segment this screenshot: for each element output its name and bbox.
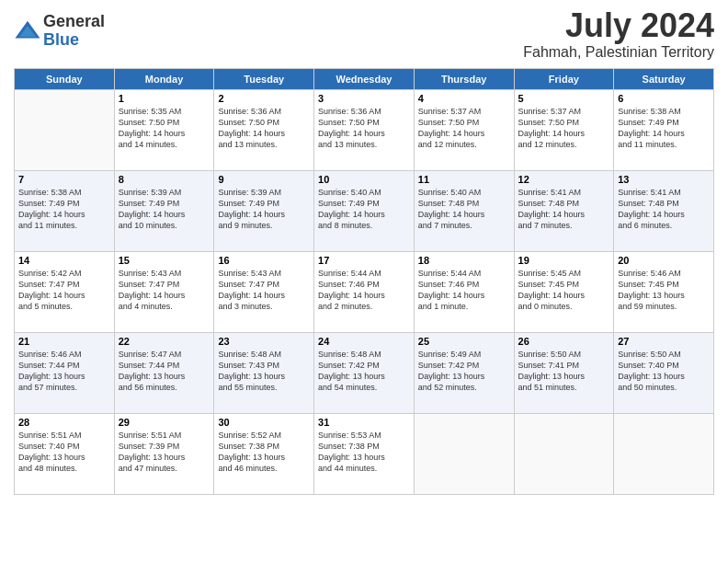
day-number: 19 xyxy=(518,255,610,266)
weekday-header-wednesday: Wednesday xyxy=(314,69,415,90)
day-number: 8 xyxy=(119,174,210,185)
day-info: Sunrise: 5:45 AMSunset: 7:45 PMDaylight:… xyxy=(518,268,610,313)
calendar-day-cell: 22Sunrise: 5:47 AMSunset: 7:44 PMDayligh… xyxy=(114,333,214,414)
day-number: 31 xyxy=(318,417,410,428)
day-info: Sunrise: 5:49 AMSunset: 7:42 PMDaylight:… xyxy=(418,349,510,394)
logo-general: General xyxy=(43,13,105,31)
day-number: 25 xyxy=(418,336,510,347)
logo-blue: Blue xyxy=(43,31,105,50)
day-info: Sunrise: 5:36 AMSunset: 7:50 PMDaylight:… xyxy=(218,106,310,151)
day-number: 22 xyxy=(119,336,210,347)
day-number: 21 xyxy=(18,336,110,347)
calendar-day-cell xyxy=(15,90,115,171)
location-subtitle: Fahmah, Palestinian Territory xyxy=(523,44,714,61)
day-info: Sunrise: 5:46 AMSunset: 7:45 PMDaylight:… xyxy=(618,268,710,313)
day-number: 20 xyxy=(618,255,710,266)
calendar-week-row: 28Sunrise: 5:51 AMSunset: 7:40 PMDayligh… xyxy=(15,414,714,495)
day-number: 26 xyxy=(518,336,610,347)
day-number: 27 xyxy=(618,336,710,347)
calendar-day-cell: 29Sunrise: 5:51 AMSunset: 7:39 PMDayligh… xyxy=(114,414,214,495)
calendar-day-cell: 3Sunrise: 5:36 AMSunset: 7:50 PMDaylight… xyxy=(314,90,415,171)
calendar-day-cell: 26Sunrise: 5:50 AMSunset: 7:41 PMDayligh… xyxy=(514,333,614,414)
page: General Blue July 2024 Fahmah, Palestini… xyxy=(0,0,728,563)
day-number: 10 xyxy=(318,174,410,185)
calendar-day-cell: 8Sunrise: 5:39 AMSunset: 7:49 PMDaylight… xyxy=(114,171,214,252)
calendar-day-cell: 28Sunrise: 5:51 AMSunset: 7:40 PMDayligh… xyxy=(15,414,115,495)
day-info: Sunrise: 5:44 AMSunset: 7:46 PMDaylight:… xyxy=(418,268,510,313)
calendar-day-cell xyxy=(514,414,614,495)
day-info: Sunrise: 5:43 AMSunset: 7:47 PMDaylight:… xyxy=(119,268,210,313)
day-info: Sunrise: 5:51 AMSunset: 7:40 PMDaylight:… xyxy=(18,430,110,475)
calendar-week-row: 7Sunrise: 5:38 AMSunset: 7:49 PMDaylight… xyxy=(15,171,714,252)
weekday-header-saturday: Saturday xyxy=(614,69,714,90)
calendar-day-cell: 23Sunrise: 5:48 AMSunset: 7:43 PMDayligh… xyxy=(214,333,314,414)
weekday-header-thursday: Thursday xyxy=(414,69,514,90)
day-info: Sunrise: 5:38 AMSunset: 7:49 PMDaylight:… xyxy=(618,106,710,151)
calendar-day-cell: 15Sunrise: 5:43 AMSunset: 7:47 PMDayligh… xyxy=(114,252,214,333)
day-info: Sunrise: 5:39 AMSunset: 7:49 PMDaylight:… xyxy=(218,187,310,232)
calendar-week-row: 1Sunrise: 5:35 AMSunset: 7:50 PMDaylight… xyxy=(15,90,714,171)
day-number: 14 xyxy=(18,255,110,266)
calendar-day-cell: 4Sunrise: 5:37 AMSunset: 7:50 PMDaylight… xyxy=(414,90,514,171)
calendar-day-cell: 17Sunrise: 5:44 AMSunset: 7:46 PMDayligh… xyxy=(314,252,415,333)
calendar-day-cell: 20Sunrise: 5:46 AMSunset: 7:45 PMDayligh… xyxy=(614,252,714,333)
day-info: Sunrise: 5:51 AMSunset: 7:39 PMDaylight:… xyxy=(119,430,210,475)
calendar-day-cell: 6Sunrise: 5:38 AMSunset: 7:49 PMDaylight… xyxy=(614,90,714,171)
day-info: Sunrise: 5:38 AMSunset: 7:49 PMDaylight:… xyxy=(18,187,110,232)
day-number: 9 xyxy=(218,174,310,185)
day-info: Sunrise: 5:36 AMSunset: 7:50 PMDaylight:… xyxy=(318,106,410,151)
month-year-title: July 2024 xyxy=(523,9,714,42)
day-number: 18 xyxy=(418,255,510,266)
day-info: Sunrise: 5:43 AMSunset: 7:47 PMDaylight:… xyxy=(218,268,310,313)
weekday-header-monday: Monday xyxy=(114,69,214,90)
day-number: 29 xyxy=(119,417,210,428)
day-number: 7 xyxy=(18,174,110,185)
calendar-day-cell: 18Sunrise: 5:44 AMSunset: 7:46 PMDayligh… xyxy=(414,252,514,333)
day-info: Sunrise: 5:39 AMSunset: 7:49 PMDaylight:… xyxy=(119,187,210,232)
day-number: 15 xyxy=(119,255,210,266)
calendar-day-cell: 25Sunrise: 5:49 AMSunset: 7:42 PMDayligh… xyxy=(414,333,514,414)
day-info: Sunrise: 5:46 AMSunset: 7:44 PMDaylight:… xyxy=(18,349,110,394)
calendar-day-cell: 27Sunrise: 5:50 AMSunset: 7:40 PMDayligh… xyxy=(614,333,714,414)
calendar-day-cell: 31Sunrise: 5:53 AMSunset: 7:38 PMDayligh… xyxy=(314,414,415,495)
calendar-day-cell: 1Sunrise: 5:35 AMSunset: 7:50 PMDaylight… xyxy=(114,90,214,171)
day-info: Sunrise: 5:48 AMSunset: 7:42 PMDaylight:… xyxy=(318,349,410,394)
calendar-day-cell: 2Sunrise: 5:36 AMSunset: 7:50 PMDaylight… xyxy=(214,90,314,171)
calendar-week-row: 21Sunrise: 5:46 AMSunset: 7:44 PMDayligh… xyxy=(15,333,714,414)
day-info: Sunrise: 5:35 AMSunset: 7:50 PMDaylight:… xyxy=(119,106,210,151)
calendar-day-cell: 12Sunrise: 5:41 AMSunset: 7:48 PMDayligh… xyxy=(514,171,614,252)
calendar-day-cell: 7Sunrise: 5:38 AMSunset: 7:49 PMDaylight… xyxy=(15,171,115,252)
day-info: Sunrise: 5:41 AMSunset: 7:48 PMDaylight:… xyxy=(518,187,610,232)
day-number: 6 xyxy=(618,93,710,104)
calendar-day-cell: 9Sunrise: 5:39 AMSunset: 7:49 PMDaylight… xyxy=(214,171,314,252)
day-number: 12 xyxy=(518,174,610,185)
calendar-week-row: 14Sunrise: 5:42 AMSunset: 7:47 PMDayligh… xyxy=(15,252,714,333)
day-number: 3 xyxy=(318,93,410,104)
calendar-day-cell: 14Sunrise: 5:42 AMSunset: 7:47 PMDayligh… xyxy=(15,252,115,333)
calendar-day-cell: 5Sunrise: 5:37 AMSunset: 7:50 PMDaylight… xyxy=(514,90,614,171)
weekday-header-friday: Friday xyxy=(514,69,614,90)
title-section: July 2024 Fahmah, Palestinian Territory xyxy=(523,9,714,61)
day-number: 24 xyxy=(318,336,410,347)
day-info: Sunrise: 5:37 AMSunset: 7:50 PMDaylight:… xyxy=(418,106,510,151)
calendar-day-cell: 11Sunrise: 5:40 AMSunset: 7:48 PMDayligh… xyxy=(414,171,514,252)
day-info: Sunrise: 5:40 AMSunset: 7:48 PMDaylight:… xyxy=(418,187,510,232)
day-info: Sunrise: 5:44 AMSunset: 7:46 PMDaylight:… xyxy=(318,268,410,313)
day-number: 17 xyxy=(318,255,410,266)
calendar-day-cell: 24Sunrise: 5:48 AMSunset: 7:42 PMDayligh… xyxy=(314,333,415,414)
day-info: Sunrise: 5:53 AMSunset: 7:38 PMDaylight:… xyxy=(318,430,410,475)
day-number: 23 xyxy=(218,336,310,347)
weekday-header-row: SundayMondayTuesdayWednesdayThursdayFrid… xyxy=(15,69,714,90)
logo-icon xyxy=(14,17,41,45)
weekday-header-tuesday: Tuesday xyxy=(214,69,314,90)
calendar-day-cell: 13Sunrise: 5:41 AMSunset: 7:48 PMDayligh… xyxy=(614,171,714,252)
day-info: Sunrise: 5:50 AMSunset: 7:41 PMDaylight:… xyxy=(518,349,610,394)
calendar-day-cell: 10Sunrise: 5:40 AMSunset: 7:49 PMDayligh… xyxy=(314,171,415,252)
day-number: 2 xyxy=(218,93,310,104)
day-number: 5 xyxy=(518,93,610,104)
calendar-day-cell: 16Sunrise: 5:43 AMSunset: 7:47 PMDayligh… xyxy=(214,252,314,333)
calendar-day-cell xyxy=(614,414,714,495)
calendar-day-cell xyxy=(414,414,514,495)
calendar-day-cell: 21Sunrise: 5:46 AMSunset: 7:44 PMDayligh… xyxy=(15,333,115,414)
weekday-header-sunday: Sunday xyxy=(15,69,115,90)
